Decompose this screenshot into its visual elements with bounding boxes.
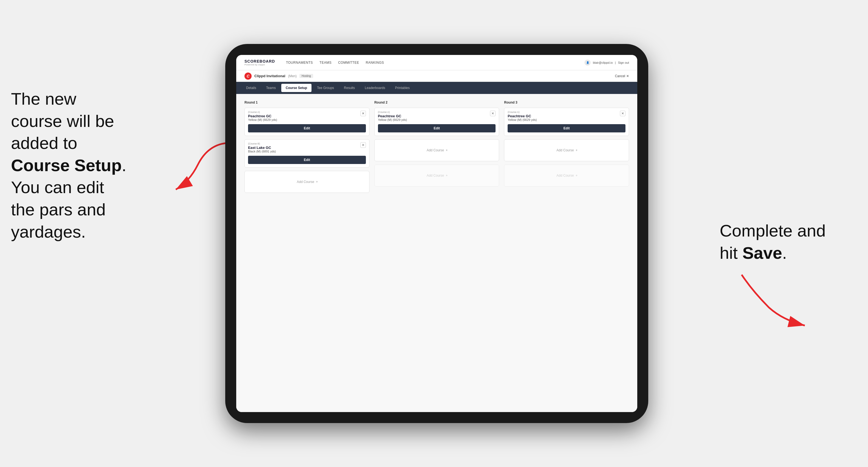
round-2-label: Round 2 [374,100,499,104]
course-a-name: Peachtree GC [248,114,277,118]
round-2-course-a-tee: Yellow (M) (6629 yds) [378,118,407,121]
nav-tournaments[interactable]: TOURNAMENTS [286,61,313,65]
nav-rankings[interactable]: RANKINGS [366,61,384,65]
course-b-tee: Black (M) (6891 yds) [248,150,276,153]
arrow-right-indicator [736,269,813,330]
tab-details[interactable]: Details [242,84,261,92]
tournament-title: Clippd Invitational [254,74,285,78]
tab-leaderboards[interactable]: Leaderboards [361,84,390,92]
hosting-badge: Hosting [300,74,313,78]
round-3-add-course-disabled: Add Course + [504,164,629,187]
round-1-label: Round 1 [245,100,369,104]
round-3-label: Round 3 [504,100,629,104]
rounds-container: Round 1 (Course A) Peachtree GC Yellow (… [245,100,629,196]
course-a-tee: Yellow (M) (6629 yds) [248,118,277,121]
tab-tee-groups[interactable]: Tee Groups [313,84,338,92]
nav-links: TOURNAMENTS TEAMS COMMITTEE RANKINGS [286,61,576,65]
round-3-course-a-badge: (Course A) [507,111,537,114]
scoreboard-logo: SCOREBOARD Powered by clippd [245,59,275,66]
top-nav: SCOREBOARD Powered by clippd TOURNAMENTS… [236,55,637,70]
tablet-device: SCOREBOARD Powered by clippd TOURNAMENTS… [225,44,648,423]
round-3-add-course-label: Add Course + [556,148,578,152]
tab-printables[interactable]: Printables [391,84,414,92]
cancel-icon: ✕ [626,74,629,78]
round-2-add-course-disabled: Add Course + [374,164,499,187]
nav-separator: | [615,61,616,64]
round-3-add-course-disabled-label: Add Course + [556,174,578,178]
round-2-column: Round 2 (Course A) Peachtree GC Yellow (… [374,100,499,196]
round-3-course-a-delete-button[interactable]: ✕ [620,111,625,116]
tournament-gender: (Men) [288,74,297,78]
course-a-delete-button[interactable]: ✕ [361,111,366,116]
tab-teams[interactable]: Teams [262,84,280,92]
add-course-label: Add Course + [296,180,318,184]
round-2-course-a-header: (Course A) Peachtree GC Yellow (M) (6629… [375,108,499,124]
tab-course-setup[interactable]: Course Setup [281,84,311,92]
round-3-course-a-name: Peachtree GC [507,114,537,118]
annotation-left: The new course will be added to Course S… [11,88,165,243]
logo-subtext: Powered by clippd [245,63,275,66]
round-2-course-a-delete-button[interactable]: ✕ [490,111,496,116]
tablet-screen: SCOREBOARD Powered by clippd TOURNAMENTS… [236,55,637,412]
course-b-name: East Lake GC [248,146,276,150]
round-3-course-a-tee: Yellow (M) (6629 yds) [507,118,537,121]
main-content: Round 1 (Course A) Peachtree GC Yellow (… [236,94,637,412]
tab-results[interactable]: Results [340,84,359,92]
tab-bar: Details Teams Course Setup Tee Groups Re… [236,82,637,94]
course-a-edit-button[interactable]: Edit [248,124,366,132]
round-2-course-a-card: (Course A) Peachtree GC Yellow (M) (6629… [374,108,499,136]
round-3-course-a-header: (Course A) Peachtree GC Yellow (M) (6629… [504,108,629,124]
course-b-badge: (Course B) [248,142,276,145]
round-3-course-a-edit-button[interactable]: Edit [507,124,625,132]
round-1-add-course-button[interactable]: Add Course + [245,171,369,193]
arrow-left-indicator [154,137,236,192]
nav-committee[interactable]: COMMITTEE [338,61,359,65]
annotation-right: Complete and hit Save. [720,220,851,264]
round-1-course-a-card: (Course A) Peachtree GC Yellow (M) (6629… [245,108,369,136]
course-a-badge: (Course A) [248,111,277,114]
user-avatar: 👤 [585,60,591,66]
logo-text: SCOREBOARD [245,59,275,63]
round-2-add-course-label: Add Course + [426,148,448,152]
course-b-header: (Course B) East Lake GC Black (M) (6891 … [245,139,369,156]
round-2-course-a-name: Peachtree GC [378,114,407,118]
round-2-course-a-edit-button[interactable]: Edit [378,124,496,132]
round-1-course-b-card: (Course B) East Lake GC Black (M) (6891 … [245,139,369,167]
nav-teams[interactable]: TEAMS [319,61,332,65]
sign-out-link[interactable]: Sign out [618,61,629,64]
cancel-button[interactable]: Cancel ✕ [615,74,629,78]
course-b-delete-button[interactable]: ✕ [361,142,366,148]
course-b-edit-button[interactable]: Edit [248,156,366,164]
round-3-column: Round 3 (Course A) Peachtree GC Yellow (… [504,100,629,196]
tournament-name: C Clippd Invitational (Men) Hosting [245,72,313,80]
user-email: blair@clippd.io [593,61,613,64]
round-2-course-a-badge: (Course A) [378,111,407,114]
tournament-logo: C [245,72,252,80]
tournament-bar: C Clippd Invitational (Men) Hosting Canc… [236,70,637,82]
round-2-add-course-button[interactable]: Add Course + [374,139,499,161]
course-a-header: (Course A) Peachtree GC Yellow (M) (6629… [245,108,369,124]
round-2-add-course-disabled-label: Add Course + [426,174,448,178]
round-3-course-a-card: (Course A) Peachtree GC Yellow (M) (6629… [504,108,629,136]
round-1-column: Round 1 (Course A) Peachtree GC Yellow (… [245,100,369,196]
round-3-add-course-button[interactable]: Add Course + [504,139,629,161]
nav-right: 👤 blair@clippd.io | Sign out [585,60,629,66]
